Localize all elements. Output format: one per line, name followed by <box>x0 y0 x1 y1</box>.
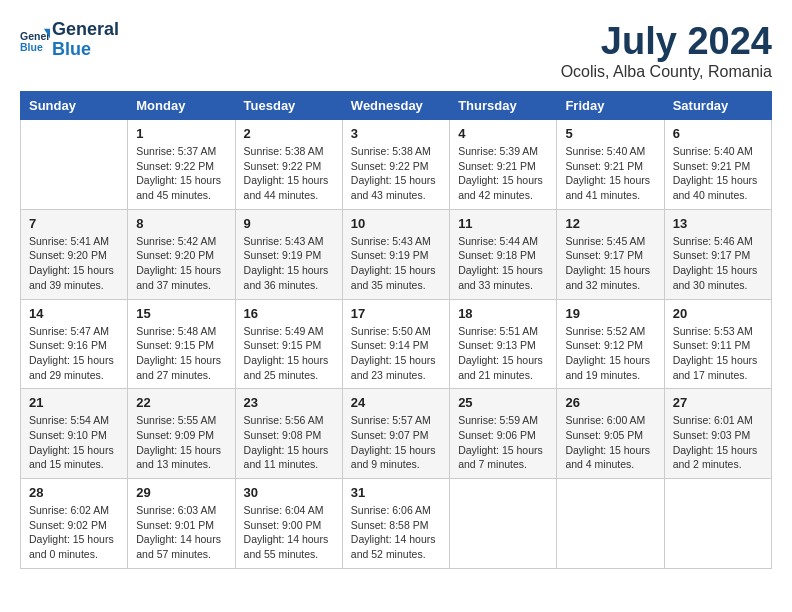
calendar-cell <box>557 479 664 569</box>
calendar-cell: 8Sunrise: 5:42 AMSunset: 9:20 PMDaylight… <box>128 209 235 299</box>
calendar-cell: 22Sunrise: 5:55 AMSunset: 9:09 PMDayligh… <box>128 389 235 479</box>
svg-text:General: General <box>20 30 50 42</box>
day-number: 14 <box>29 306 119 321</box>
day-number: 26 <box>565 395 655 410</box>
day-info: Sunrise: 5:50 AMSunset: 9:14 PMDaylight:… <box>351 324 441 383</box>
weekday-header-sunday: Sunday <box>21 92 128 120</box>
day-number: 17 <box>351 306 441 321</box>
day-info: Sunrise: 5:47 AMSunset: 9:16 PMDaylight:… <box>29 324 119 383</box>
day-number: 21 <box>29 395 119 410</box>
calendar-cell: 6Sunrise: 5:40 AMSunset: 9:21 PMDaylight… <box>664 120 771 210</box>
calendar-cell: 25Sunrise: 5:59 AMSunset: 9:06 PMDayligh… <box>450 389 557 479</box>
calendar-cell: 16Sunrise: 5:49 AMSunset: 9:15 PMDayligh… <box>235 299 342 389</box>
day-number: 5 <box>565 126 655 141</box>
calendar-cell: 4Sunrise: 5:39 AMSunset: 9:21 PMDaylight… <box>450 120 557 210</box>
calendar-cell <box>664 479 771 569</box>
day-number: 2 <box>244 126 334 141</box>
day-info: Sunrise: 5:48 AMSunset: 9:15 PMDaylight:… <box>136 324 226 383</box>
calendar-cell: 26Sunrise: 6:00 AMSunset: 9:05 PMDayligh… <box>557 389 664 479</box>
calendar-week-4: 21Sunrise: 5:54 AMSunset: 9:10 PMDayligh… <box>21 389 772 479</box>
day-number: 24 <box>351 395 441 410</box>
day-info: Sunrise: 5:40 AMSunset: 9:21 PMDaylight:… <box>673 144 763 203</box>
day-number: 10 <box>351 216 441 231</box>
weekday-header-row: SundayMondayTuesdayWednesdayThursdayFrid… <box>21 92 772 120</box>
logo-icon: General Blue <box>20 25 50 55</box>
day-number: 9 <box>244 216 334 231</box>
logo-line2: Blue <box>52 40 119 60</box>
calendar-cell: 23Sunrise: 5:56 AMSunset: 9:08 PMDayligh… <box>235 389 342 479</box>
calendar-cell: 18Sunrise: 5:51 AMSunset: 9:13 PMDayligh… <box>450 299 557 389</box>
calendar-cell: 28Sunrise: 6:02 AMSunset: 9:02 PMDayligh… <box>21 479 128 569</box>
logo-line1: General <box>52 20 119 40</box>
day-number: 8 <box>136 216 226 231</box>
day-number: 3 <box>351 126 441 141</box>
title-block: July 2024 Ocolis, Alba County, Romania <box>561 20 772 81</box>
calendar-cell: 19Sunrise: 5:52 AMSunset: 9:12 PMDayligh… <box>557 299 664 389</box>
day-info: Sunrise: 5:39 AMSunset: 9:21 PMDaylight:… <box>458 144 548 203</box>
day-info: Sunrise: 5:49 AMSunset: 9:15 PMDaylight:… <box>244 324 334 383</box>
day-info: Sunrise: 5:54 AMSunset: 9:10 PMDaylight:… <box>29 413 119 472</box>
day-info: Sunrise: 6:03 AMSunset: 9:01 PMDaylight:… <box>136 503 226 562</box>
weekday-header-thursday: Thursday <box>450 92 557 120</box>
day-number: 11 <box>458 216 548 231</box>
day-number: 25 <box>458 395 548 410</box>
day-info: Sunrise: 6:00 AMSunset: 9:05 PMDaylight:… <box>565 413 655 472</box>
day-info: Sunrise: 5:51 AMSunset: 9:13 PMDaylight:… <box>458 324 548 383</box>
calendar-cell: 20Sunrise: 5:53 AMSunset: 9:11 PMDayligh… <box>664 299 771 389</box>
day-number: 31 <box>351 485 441 500</box>
day-number: 27 <box>673 395 763 410</box>
day-info: Sunrise: 5:40 AMSunset: 9:21 PMDaylight:… <box>565 144 655 203</box>
day-info: Sunrise: 5:43 AMSunset: 9:19 PMDaylight:… <box>244 234 334 293</box>
weekday-header-wednesday: Wednesday <box>342 92 449 120</box>
day-info: Sunrise: 5:52 AMSunset: 9:12 PMDaylight:… <box>565 324 655 383</box>
calendar-cell: 27Sunrise: 6:01 AMSunset: 9:03 PMDayligh… <box>664 389 771 479</box>
calendar-cell: 17Sunrise: 5:50 AMSunset: 9:14 PMDayligh… <box>342 299 449 389</box>
calendar-cell: 14Sunrise: 5:47 AMSunset: 9:16 PMDayligh… <box>21 299 128 389</box>
day-info: Sunrise: 5:38 AMSunset: 9:22 PMDaylight:… <box>244 144 334 203</box>
day-number: 20 <box>673 306 763 321</box>
day-info: Sunrise: 5:44 AMSunset: 9:18 PMDaylight:… <box>458 234 548 293</box>
day-info: Sunrise: 5:56 AMSunset: 9:08 PMDaylight:… <box>244 413 334 472</box>
calendar-cell: 13Sunrise: 5:46 AMSunset: 9:17 PMDayligh… <box>664 209 771 299</box>
day-number: 23 <box>244 395 334 410</box>
day-number: 6 <box>673 126 763 141</box>
calendar-week-3: 14Sunrise: 5:47 AMSunset: 9:16 PMDayligh… <box>21 299 772 389</box>
day-info: Sunrise: 5:59 AMSunset: 9:06 PMDaylight:… <box>458 413 548 472</box>
page-header: General Blue General Blue July 2024 Ocol… <box>20 20 772 81</box>
day-info: Sunrise: 6:06 AMSunset: 8:58 PMDaylight:… <box>351 503 441 562</box>
day-number: 15 <box>136 306 226 321</box>
day-info: Sunrise: 5:45 AMSunset: 9:17 PMDaylight:… <box>565 234 655 293</box>
day-info: Sunrise: 5:38 AMSunset: 9:22 PMDaylight:… <box>351 144 441 203</box>
calendar-cell: 2Sunrise: 5:38 AMSunset: 9:22 PMDaylight… <box>235 120 342 210</box>
day-number: 22 <box>136 395 226 410</box>
calendar-table: SundayMondayTuesdayWednesdayThursdayFrid… <box>20 91 772 569</box>
calendar-cell: 11Sunrise: 5:44 AMSunset: 9:18 PMDayligh… <box>450 209 557 299</box>
weekday-header-monday: Monday <box>128 92 235 120</box>
day-number: 13 <box>673 216 763 231</box>
calendar-cell: 12Sunrise: 5:45 AMSunset: 9:17 PMDayligh… <box>557 209 664 299</box>
day-number: 12 <box>565 216 655 231</box>
location: Ocolis, Alba County, Romania <box>561 63 772 81</box>
day-number: 28 <box>29 485 119 500</box>
calendar-cell: 5Sunrise: 5:40 AMSunset: 9:21 PMDaylight… <box>557 120 664 210</box>
day-info: Sunrise: 5:37 AMSunset: 9:22 PMDaylight:… <box>136 144 226 203</box>
calendar-cell: 24Sunrise: 5:57 AMSunset: 9:07 PMDayligh… <box>342 389 449 479</box>
weekday-header-tuesday: Tuesday <box>235 92 342 120</box>
calendar-cell: 7Sunrise: 5:41 AMSunset: 9:20 PMDaylight… <box>21 209 128 299</box>
day-info: Sunrise: 6:01 AMSunset: 9:03 PMDaylight:… <box>673 413 763 472</box>
day-number: 29 <box>136 485 226 500</box>
day-info: Sunrise: 6:04 AMSunset: 9:00 PMDaylight:… <box>244 503 334 562</box>
day-info: Sunrise: 5:53 AMSunset: 9:11 PMDaylight:… <box>673 324 763 383</box>
day-number: 1 <box>136 126 226 141</box>
day-info: Sunrise: 5:55 AMSunset: 9:09 PMDaylight:… <box>136 413 226 472</box>
logo: General Blue General Blue <box>20 20 119 60</box>
calendar-cell: 10Sunrise: 5:43 AMSunset: 9:19 PMDayligh… <box>342 209 449 299</box>
calendar-cell: 21Sunrise: 5:54 AMSunset: 9:10 PMDayligh… <box>21 389 128 479</box>
day-number: 30 <box>244 485 334 500</box>
calendar-week-5: 28Sunrise: 6:02 AMSunset: 9:02 PMDayligh… <box>21 479 772 569</box>
calendar-week-1: 1Sunrise: 5:37 AMSunset: 9:22 PMDaylight… <box>21 120 772 210</box>
month-title: July 2024 <box>561 20 772 63</box>
svg-text:Blue: Blue <box>20 41 43 53</box>
day-number: 18 <box>458 306 548 321</box>
calendar-cell <box>450 479 557 569</box>
